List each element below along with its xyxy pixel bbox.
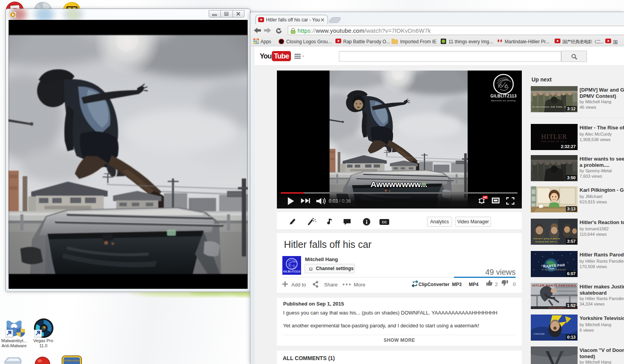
svg-text:GILBLITZ113: GILBLITZ113	[283, 270, 300, 273]
svg-text:5TH ANNIVERSARY: 5TH ANNIVERSARY	[542, 269, 567, 271]
svg-text:THE RISE OF EVIL: THE RISE OF EVIL	[541, 140, 567, 143]
svg-text:HITLER RANTS PARODIES: HITLER RANTS PARODIES	[532, 284, 576, 287]
svg-text:HR: HR	[541, 264, 546, 267]
svg-text:HITLER: HITLER	[541, 133, 567, 140]
svg-text:Pokémon: Pokémon	[64, 359, 80, 362]
svg-text:Watermarks are (pending): Watermarks are (pending)	[491, 100, 516, 102]
svg-text:YORKSHIRE: YORKSHIRE	[533, 333, 545, 335]
svg-text:CC: CC	[382, 220, 386, 224]
svg-text:knowing that John is...: knowing that John is...	[535, 240, 559, 243]
svg-text:GILBLITZ113: GILBLITZ113	[491, 94, 517, 98]
svg-text:How am I going to survive: How am I going to survive	[533, 237, 560, 240]
